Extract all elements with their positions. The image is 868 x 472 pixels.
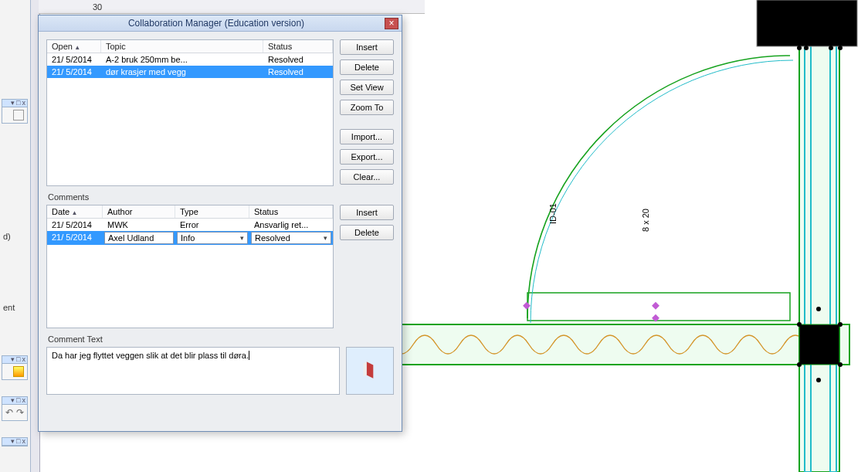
dialog-titlebar[interactable]: Collaboration Manager (Education version…	[39, 15, 402, 32]
delete-button[interactable]: Delete	[340, 59, 394, 75]
svg-marker-19	[363, 362, 366, 376]
wall-vertical	[799, 0, 839, 472]
collaboration-manager-dialog: Collaboration Manager (Education version…	[38, 15, 402, 432]
panel-icon[interactable]	[13, 110, 24, 121]
close-icon[interactable]: ×	[385, 18, 398, 29]
export-button[interactable]: Export...	[340, 149, 394, 165]
type-select[interactable]: Info▾	[177, 232, 248, 244]
status-select[interactable]: Resolved▾	[251, 232, 331, 244]
set-view-button[interactable]: Set View	[340, 80, 394, 95]
column-header-type[interactable]: Type	[175, 205, 249, 218]
topic-row[interactable]: 21/ 5/2014 A-2 bruk 250mm be... Resolved	[47, 53, 333, 66]
mini-panel-head[interactable]: ▾□x	[2, 397, 27, 405]
mini-panel-head[interactable]: ▾□x	[2, 356, 27, 364]
comment-row[interactable]: 21/ 5/2014 Axel Udland Info▾	[47, 231, 333, 245]
comments-label: Comments	[48, 192, 394, 202]
insert-button[interactable]: Insert	[340, 39, 394, 55]
wall-top-detail	[757, 0, 857, 46]
mini-panel-head[interactable]: ▾□x	[2, 100, 27, 107]
svg-rect-4	[527, 293, 790, 321]
column-header-status[interactable]: Status	[249, 205, 333, 218]
topics-list[interactable]: Open Topic Status 21/ 5/2014 A-2 bruk 25…	[46, 39, 334, 186]
svg-rect-6	[652, 302, 659, 310]
svg-marker-18	[367, 362, 374, 379]
door-size: 8 x 20	[641, 209, 650, 232]
comments-list[interactable]: Date Author Type Status 21/ 5/2014 MWK E…	[46, 205, 334, 328]
svg-point-10	[797, 362, 802, 367]
svg-point-14	[797, 46, 802, 50]
comment-thumbnail[interactable]	[346, 347, 394, 395]
text-fragment: ent	[3, 303, 15, 312]
author-select[interactable]: Axel Udland	[104, 232, 174, 244]
comment-delete-button[interactable]: Delete	[340, 225, 394, 240]
wall-corner	[799, 324, 839, 365]
svg-point-13	[816, 378, 821, 382]
svg-point-16	[829, 46, 833, 50]
svg-point-11	[838, 362, 843, 367]
zoom-to-button[interactable]: Zoom To	[340, 100, 394, 115]
column-header-topic[interactable]: Topic	[101, 40, 263, 53]
ruler-horizontal: 30	[39, 0, 425, 14]
svg-rect-5	[523, 302, 531, 310]
svg-point-8	[797, 322, 802, 327]
comment-textarea[interactable]: Da har jeg flyttet veggen slik at det bl…	[46, 347, 340, 395]
comment-row[interactable]: 21/ 5/2014 MWK Error Ansvarlig ret...	[47, 219, 333, 231]
comment-insert-button[interactable]: Insert	[340, 205, 394, 220]
column-header-open[interactable]: Open	[47, 40, 101, 53]
app-left-strip: ▾□x d) ent ▾□x ▾□x ↶↷ ▾□x	[0, 0, 31, 472]
topic-row[interactable]: 21/ 5/2014 dør krasjer med vegg Resolved	[47, 66, 333, 78]
svg-point-17	[804, 46, 809, 50]
import-button[interactable]: Import...	[340, 129, 394, 144]
column-header-date[interactable]: Date	[47, 205, 103, 218]
text-fragment: d)	[3, 232, 11, 241]
door-swing	[523, 56, 793, 323]
highlight-icon[interactable]	[13, 366, 24, 377]
column-header-author[interactable]: Author	[103, 205, 175, 218]
svg-point-15	[838, 46, 843, 50]
dialog-title: Collaboration Manager (Education version…	[48, 18, 385, 29]
chevron-down-icon: ▾	[324, 234, 327, 242]
column-header-status[interactable]: Status	[263, 40, 333, 53]
svg-point-9	[838, 322, 843, 327]
comment-text-label: Comment Text	[48, 334, 394, 344]
clear-button[interactable]: Clear...	[340, 169, 394, 185]
chevron-down-icon: ▾	[240, 234, 244, 242]
svg-point-12	[816, 307, 821, 311]
door-tag: ID-01	[548, 203, 558, 224]
mini-panel-head[interactable]: ▾□x	[2, 438, 27, 446]
